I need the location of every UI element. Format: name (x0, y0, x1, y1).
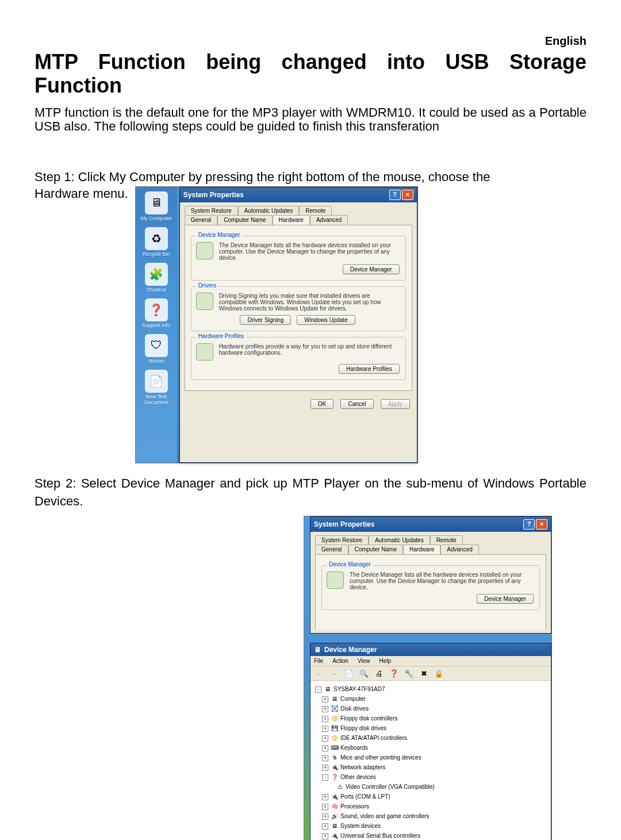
desktop-icon[interactable]: ♻ (145, 227, 168, 250)
menu-view[interactable]: View (358, 658, 370, 664)
device-manager-text-2: The Device Manager lists all the hardwar… (350, 571, 534, 590)
menu-action[interactable]: Action (332, 658, 348, 664)
close-button[interactable]: × (402, 190, 413, 200)
ok-button[interactable]: OK (310, 399, 334, 409)
scan-icon[interactable]: 🔍 (359, 668, 369, 678)
device-manager-group-2: Device Manager The Device Manager lists … (321, 565, 540, 610)
tree-child-item[interactable]: ⚠Video Controller (VGA Compatible) (315, 782, 546, 792)
hardware-profiles-icon (196, 343, 213, 360)
device-manager-title: Device Manager (324, 646, 377, 654)
tree-item[interactable]: +🔌Universal Serial Bus controllers (315, 831, 546, 840)
desktop-icon[interactable]: 🛡 (145, 334, 168, 357)
desktop-icon-label: My Computer (136, 216, 177, 221)
group-title-hardware-profiles: Hardware Profiles (196, 333, 246, 339)
intro-paragraph: MTP function is the default one for the … (34, 106, 586, 134)
tab-remote[interactable]: Remote (299, 206, 332, 215)
device-manager-toolbar: ← → 📄 🔍 🖨 ❓ 🔧 ✖ 🔒 (310, 666, 551, 681)
system-properties-dialog: System Properties ? × System RestoreAuto… (179, 187, 417, 463)
tree-item[interactable]: +🧠Processors (315, 801, 546, 811)
screenshot-device-manager: System Properties ? × System RestoreAuto… (304, 516, 552, 840)
print-icon[interactable]: 🖨 (374, 668, 384, 678)
tab-row-2b: GeneralComputer NameHardwareAdvanced (310, 544, 551, 554)
tree-item[interactable]: +🖥System devices (315, 821, 546, 831)
dialog-buttons: OK Cancel Apply (180, 394, 417, 415)
device-manager-titlebar: 🖥Device Manager (310, 643, 551, 656)
hardware-profiles-text: Hardware profiles provide a way for you … (219, 343, 400, 356)
tree-item[interactable]: +🖱Mice and other pointing devices (315, 753, 546, 762)
titlebar: System Properties ? × (180, 187, 417, 202)
tab-system-restore[interactable]: System Restore (185, 206, 238, 215)
driver-signing-button[interactable]: Driver Signing (240, 315, 291, 325)
group-title-drivers: Drivers (196, 282, 219, 289)
uninstall-icon[interactable]: ✖ (419, 668, 429, 678)
language-label: English (34, 34, 586, 48)
help-icon[interactable]: ❓ (389, 668, 399, 678)
tree-item[interactable]: +🖥Computer (315, 694, 546, 704)
device-manager-button[interactable]: Device Manager (343, 264, 400, 274)
tree-item[interactable]: +📀Floppy disk controllers (315, 714, 546, 723)
device-manager-menubar: FileActionViewHelp (310, 656, 551, 666)
tree-item[interactable]: +🔊Sound, video and game controllers (315, 811, 546, 821)
device-manager-window: 🖥Device Manager FileActionViewHelp ← → 📄… (310, 643, 551, 840)
tab-general[interactable]: General (315, 544, 348, 554)
device-manager-icon-2 (327, 571, 344, 589)
device-manager-button-2[interactable]: Device Manager (477, 594, 534, 604)
apply-button[interactable]: Apply (381, 399, 410, 409)
windows-update-button[interactable]: Windows Update (297, 315, 355, 325)
tree-item[interactable]: +⌨Keyboards (315, 743, 546, 753)
page-title: MTP Function being changed into USB Stor… (34, 50, 586, 98)
step2-text: Step 2: Select Device Manager and pick u… (34, 475, 586, 511)
update-driver-icon[interactable]: 🔧 (404, 668, 414, 678)
group-title-device-manager: Device Manager (196, 232, 243, 238)
hardware-panel-2: Device Manager The Device Manager lists … (315, 554, 546, 630)
disable-icon[interactable]: 🔒 (434, 668, 444, 678)
tree-item[interactable]: +💽Disk drives (315, 704, 546, 714)
tab-row-1b: System RestoreAutomatic UpdatesRemote (310, 532, 551, 544)
close-button-2[interactable]: × (536, 519, 547, 530)
tab-system-restore[interactable]: System Restore (315, 535, 369, 544)
back-icon[interactable]: ← (314, 668, 324, 678)
tab-advanced[interactable]: Advanced (310, 215, 348, 225)
menu-help[interactable]: Help (379, 658, 391, 664)
tab-remote[interactable]: Remote (430, 535, 463, 544)
tab-automatic-updates[interactable]: Automatic Updates (238, 206, 300, 215)
help-button[interactable]: ? (389, 190, 401, 200)
help-button-2[interactable]: ? (523, 519, 535, 530)
desktop-icon[interactable]: 🧩 (145, 263, 168, 286)
tab-hardware[interactable]: Hardware (273, 215, 310, 225)
tree-root[interactable]: -🖥SYSBAY-47F91AD7 (315, 684, 546, 694)
forward-icon[interactable]: → (329, 668, 339, 678)
desktop-icon[interactable]: 🖥 (145, 191, 168, 214)
hardware-panel: Device Manager The Device Manager lists … (185, 225, 412, 391)
tab-computer-name[interactable]: Computer Name (217, 215, 272, 225)
hardware-profiles-button[interactable]: Hardware Profiles (339, 364, 399, 374)
desktop-icon-label: Recycle Bin (136, 251, 177, 257)
dialog-title: System Properties (183, 191, 244, 199)
drivers-icon (196, 293, 213, 310)
menu-file[interactable]: File (314, 658, 323, 664)
desktop-icon-label: Support Info (136, 323, 177, 328)
tab-row-2: GeneralComputer NameHardwareAdvanced (180, 215, 417, 225)
tree-item[interactable]: +🔌Ports (COM & LPT) (315, 792, 546, 801)
cancel-button[interactable]: Cancel (340, 399, 373, 409)
hardware-profiles-group: Hardware Profiles Hardware profiles prov… (191, 337, 406, 380)
device-manager-text: The Device Manager lists all the hardwar… (219, 242, 400, 261)
desktop-icon-label: Shortcut (136, 287, 177, 293)
tab-computer-name[interactable]: Computer Name (348, 544, 403, 554)
tab-hardware[interactable]: Hardware (403, 544, 440, 554)
desktop-icon[interactable]: ❓ (145, 298, 168, 321)
tree-item[interactable]: +📀IDE ATA/ATAPI controllers (315, 733, 546, 743)
desktop-icons-strip: 🖥My Computer♻Recycle Bin🧩Shortcut❓Suppor… (136, 187, 177, 463)
tab-general[interactable]: General (185, 215, 218, 225)
tab-advanced[interactable]: Advanced (440, 544, 478, 554)
properties-icon[interactable]: 📄 (344, 668, 354, 678)
device-manager-icon (196, 242, 213, 259)
tree-item[interactable]: +💾Floppy disk drives (315, 723, 546, 733)
desktop-icon[interactable]: 📄 (145, 370, 168, 393)
step1-text-line1: Step 1: Click My Computer by pressing th… (34, 168, 586, 186)
tree-item[interactable]: +🔌Network adapters (315, 762, 546, 772)
tree-item[interactable]: -❓Other devices (315, 772, 546, 782)
screenshot-system-properties: 🖥My Computer♻Recycle Bin🧩Shortcut❓Suppor… (135, 186, 418, 463)
tab-automatic-updates[interactable]: Automatic Updates (369, 535, 430, 544)
device-tree[interactable]: -🖥SYSBAY-47F91AD7+🖥Computer+💽Disk drives… (310, 681, 551, 840)
